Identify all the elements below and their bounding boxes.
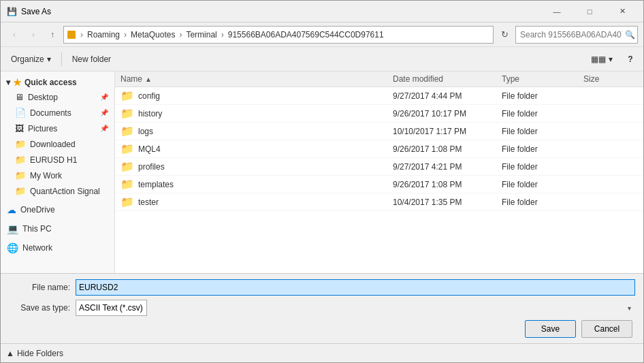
refresh-button[interactable]: ↻ — [496, 27, 513, 43]
new-folder-button[interactable]: New folder — [67, 52, 116, 67]
organize-button[interactable]: Organize ▾ — [6, 52, 56, 67]
forward-button[interactable]: › — [25, 27, 42, 43]
view-button[interactable]: ▦▦ ▾ — [586, 52, 617, 67]
breadcrumb-guid[interactable]: 915566BA06ADA407569C544CC0D97611 — [228, 30, 384, 40]
table-row[interactable]: 📁 config 9/27/2017 4:44 PM File folder — [115, 87, 643, 105]
file-date: 9/26/2017 10:17 PM — [393, 109, 502, 119]
file-name: profiles — [138, 162, 165, 172]
filename-input[interactable] — [76, 279, 635, 296]
back-button[interactable]: ‹ — [6, 27, 22, 43]
hide-folders-label: Hide Folders — [17, 349, 63, 358]
savetype-select-wrapper: ASCII Text (*.csv) ▾ — [76, 300, 635, 316]
sidebar-item-this-pc[interactable]: 💻 This PC — [1, 221, 114, 237]
table-row[interactable]: 📁 history 9/26/2017 10:17 PM File folder — [115, 105, 643, 123]
file-type: File folder — [502, 144, 583, 154]
sidebar-item-eurusd-h1[interactable]: 📁 EURUSD H1 — [1, 152, 114, 168]
sidebar-section-this-pc: 💻 This PC — [1, 221, 114, 237]
minimize-button[interactable]: — — [541, 5, 573, 18]
breadcrumb-metaquotes[interactable]: MetaQuotes — [131, 30, 175, 40]
star-icon: ★ — [13, 77, 22, 88]
sidebar-item-downloaded[interactable]: 📁 Downloaded — [1, 136, 114, 152]
sort-arrow-icon: ▲ — [145, 76, 152, 83]
table-row[interactable]: 📁 MQL4 9/26/2017 1:08 PM File folder — [115, 140, 643, 158]
col-size-header[interactable]: Size — [583, 74, 638, 84]
col-date-label: Date modified — [393, 74, 443, 84]
sidebar-item-quantaction-signal[interactable]: 📁 QuantAction Signal — [1, 183, 114, 199]
pictures-icon: 🖼 — [15, 123, 24, 133]
hide-folders-arrow-icon: ▲ — [6, 349, 14, 358]
breadcrumb-roaming[interactable]: Roaming — [87, 30, 120, 40]
address-bar[interactable]: › Roaming › MetaQuotes › Terminal › 9155… — [63, 26, 494, 44]
folder-icon: 📁 — [120, 160, 134, 173]
breadcrumb-home — [67, 30, 76, 40]
window-controls: — □ ✕ — [541, 5, 638, 18]
breadcrumb-sep-2: › — [124, 30, 127, 40]
file-date: 9/26/2017 1:08 PM — [393, 144, 502, 154]
sidebar-item-network-label: Network — [22, 243, 52, 253]
file-type: File folder — [502, 109, 583, 119]
col-name-label: Name — [120, 74, 142, 84]
sidebar-item-downloaded-label: Downloaded — [30, 140, 76, 149]
file-type: File folder — [502, 162, 583, 172]
file-name: logs — [138, 127, 153, 136]
sidebar-item-pictures-label: Pictures — [28, 124, 57, 133]
select-arrow-icon: ▾ — [628, 304, 631, 312]
search-icon: 🔍 — [625, 30, 635, 40]
sidebar-item-onedrive-label: OneDrive — [20, 205, 55, 215]
file-name: tester — [138, 198, 159, 207]
mywork-icon: 📁 — [15, 170, 26, 180]
file-type: File folder — [502, 127, 583, 136]
breadcrumb-terminal[interactable]: Terminal — [186, 30, 216, 40]
cancel-button[interactable]: Cancel — [581, 320, 632, 338]
file-rows-container: 📁 config 9/27/2017 4:44 PM File folder 📁… — [115, 87, 643, 211]
help-button[interactable]: ? — [623, 52, 638, 67]
close-button[interactable]: ✕ — [607, 5, 638, 18]
col-type-header[interactable]: Type — [502, 74, 583, 84]
pin-icon-docs: 📌 — [100, 109, 108, 116]
file-type: File folder — [502, 180, 583, 189]
file-name: MQL4 — [138, 144, 161, 154]
file-name-cell: 📁 history — [120, 107, 393, 120]
sidebar-quick-access-label: Quick access — [25, 78, 77, 87]
downloaded-icon: 📁 — [15, 139, 26, 149]
file-name-cell: 📁 profiles — [120, 160, 393, 173]
file-list: Name ▲ Date modified Type Size 📁 config … — [115, 72, 643, 273]
file-name-cell: 📁 config — [120, 89, 393, 102]
toolbar: ‹ › ↑ › Roaming › MetaQuotes › Terminal … — [1, 22, 643, 47]
sidebar-item-mywork-label: My Work — [30, 171, 62, 180]
folder-icon: 📁 — [120, 195, 134, 208]
bottom-buttons: Save Cancel — [9, 320, 635, 338]
sidebar-item-qas-label: QuantAction Signal — [30, 187, 100, 196]
maximize-button[interactable]: □ — [574, 5, 605, 18]
col-name-header[interactable]: Name ▲ — [120, 74, 393, 84]
savetype-label: Save as type: — [9, 303, 70, 313]
bottom-area: File name: Save as type: ASCII Text (*.c… — [1, 273, 643, 343]
file-date: 9/26/2017 1:08 PM — [393, 180, 502, 189]
table-row[interactable]: 📁 tester 10/4/2017 1:35 PM File folder — [115, 193, 643, 211]
sidebar-quick-access-header[interactable]: ▾ ★ Quick access — [1, 74, 114, 89]
table-row[interactable]: 📁 templates 9/26/2017 1:08 PM File folde… — [115, 176, 643, 193]
search-input[interactable] — [520, 30, 622, 40]
file-name-cell: 📁 MQL4 — [120, 142, 393, 155]
up-button[interactable]: ↑ — [44, 27, 61, 43]
file-name-cell: 📁 tester — [120, 195, 393, 208]
savetype-select[interactable]: ASCII Text (*.csv) — [76, 300, 147, 316]
documents-icon: 📄 — [15, 108, 26, 118]
save-button[interactable]: Save — [525, 320, 576, 338]
file-name: config — [138, 91, 160, 101]
table-row[interactable]: 📁 profiles 9/27/2017 4:21 PM File folder — [115, 158, 643, 176]
sidebar-item-network[interactable]: 🌐 Network — [1, 240, 114, 256]
col-date-header[interactable]: Date modified — [393, 74, 502, 84]
col-type-label: Type — [502, 74, 519, 84]
file-date: 10/4/2017 1:35 PM — [393, 198, 502, 207]
footer[interactable]: ▲ Hide Folders — [1, 343, 643, 362]
table-row[interactable]: 📁 logs 10/10/2017 1:17 PM File folder — [115, 123, 643, 140]
folder-icon: 📁 — [120, 107, 134, 120]
sidebar-item-my-work[interactable]: 📁 My Work — [1, 168, 114, 183]
window-icon: 💾 — [6, 6, 17, 17]
sidebar-item-desktop[interactable]: 🖥 Desktop 📌 — [1, 89, 114, 105]
sidebar-item-onedrive[interactable]: ☁ OneDrive — [1, 202, 114, 218]
this-pc-icon: 💻 — [7, 223, 18, 234]
sidebar-item-pictures[interactable]: 🖼 Pictures 📌 — [1, 121, 114, 136]
sidebar-item-documents[interactable]: 📄 Documents 📌 — [1, 105, 114, 121]
